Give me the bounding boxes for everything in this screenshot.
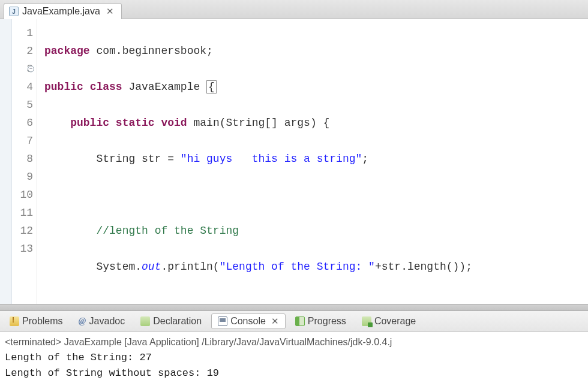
- tab-javadoc[interactable]: @ Javadoc: [73, 314, 131, 328]
- tab-problems[interactable]: Problems: [4, 314, 69, 328]
- line-number: 12: [0, 222, 33, 240]
- horizontal-sash[interactable]: [0, 304, 588, 311]
- line-number: 2: [0, 42, 33, 60]
- line-number: 4: [0, 78, 33, 96]
- java-file-icon: J: [9, 7, 19, 16]
- tab-declaration[interactable]: Declaration: [134, 314, 208, 328]
- fold-collapse-icon[interactable]: −: [28, 66, 34, 73]
- progress-icon: [295, 316, 305, 326]
- console-output-line: Length of String without spaces: 19: [5, 366, 583, 381]
- line-number: 3 −: [0, 60, 33, 78]
- console-panel: <terminated> JavaExample [Java Applicati…: [0, 332, 588, 386]
- matching-brace-highlight: {: [206, 80, 217, 94]
- console-icon: [218, 316, 227, 326]
- problems-icon: [10, 316, 19, 326]
- tab-label: Coverage: [374, 316, 416, 327]
- tab-label: Console: [230, 316, 266, 327]
- editor-tab-javaexample[interactable]: J JavaExample.java ✕: [4, 3, 122, 19]
- tab-label: Problems: [22, 316, 63, 327]
- line-number: 6: [0, 114, 33, 132]
- tab-coverage[interactable]: Coverage: [356, 314, 422, 328]
- code-editor[interactable]: 1 2 3 − 4 5 6 7 8 9 10 11 12 13 package …: [0, 19, 588, 304]
- tab-label: Declaration: [153, 316, 202, 327]
- javadoc-icon: @: [79, 316, 86, 326]
- close-icon[interactable]: ✕: [271, 316, 279, 327]
- line-number: 1: [0, 24, 33, 42]
- tab-progress[interactable]: Progress: [289, 314, 352, 328]
- editor-tab-label: JavaExample.java: [22, 6, 100, 17]
- line-number: 8: [0, 150, 33, 168]
- line-number: 10: [0, 186, 33, 204]
- coverage-icon: [362, 316, 371, 326]
- line-number: 7: [0, 132, 33, 150]
- gutter: 1 2 3 − 4 5 6 7 8 9 10 11 12 13: [0, 19, 37, 304]
- console-status: <terminated> JavaExample [Java Applicati…: [5, 334, 583, 350]
- console-output-line: Length of the String: 27: [5, 350, 583, 366]
- tab-console[interactable]: Console ✕: [211, 313, 286, 329]
- tab-label: Progress: [308, 316, 346, 327]
- close-icon[interactable]: ✕: [106, 6, 114, 17]
- line-number: 11: [0, 204, 33, 222]
- line-number: 5: [0, 96, 33, 114]
- code-area[interactable]: package com.beginnersbook; public class …: [37, 19, 582, 304]
- views-tab-bar: Problems @ Javadoc Declaration Console ✕…: [0, 311, 588, 332]
- editor-tab-bar: J JavaExample.java ✕: [0, 0, 588, 19]
- line-number: 9: [0, 168, 33, 186]
- declaration-icon: [140, 316, 150, 326]
- tab-label: Javadoc: [89, 316, 125, 327]
- line-number: 13: [0, 240, 33, 258]
